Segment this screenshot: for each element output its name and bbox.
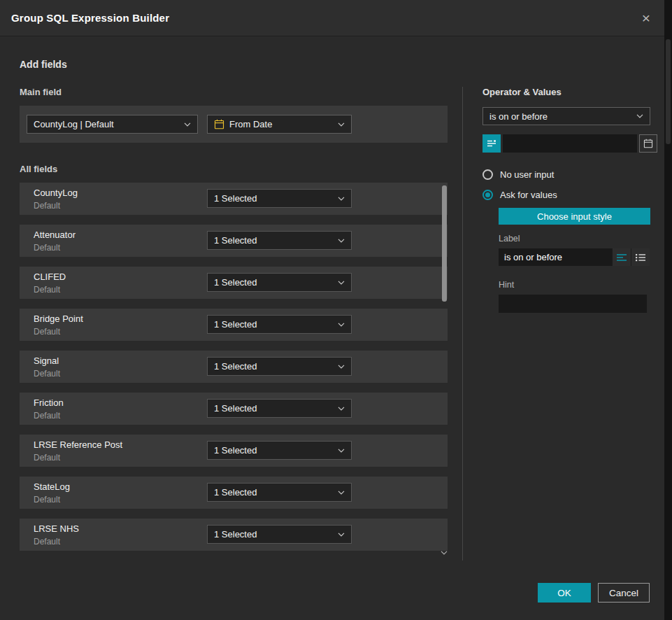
field-selected-dropdown[interactable]: 1 Selected <box>207 273 352 292</box>
field-selected-dropdown[interactable]: 1 Selected <box>207 315 352 334</box>
dialog-footer: OK Cancel <box>0 583 664 620</box>
list-input-icon <box>636 253 645 262</box>
field-selected-dropdown-label: 1 Selected <box>214 235 257 246</box>
radio-ask-for-values[interactable]: Ask for values <box>482 190 650 200</box>
chevron-down-icon <box>338 407 345 411</box>
chevron-down-icon <box>338 197 345 201</box>
fields-list: CountyLog Default 1 Selected Attenuator … <box>20 183 448 551</box>
cancel-button[interactable]: Cancel <box>598 583 650 603</box>
calendar-icon <box>214 119 224 129</box>
field-row: StateLog Default 1 Selected <box>20 477 448 509</box>
field-selected-dropdown[interactable]: 1 Selected <box>207 357 352 376</box>
user-input-radios: No user input Ask for values <box>482 169 650 200</box>
chevron-down-icon <box>338 239 345 243</box>
radio-no-user-input-label: No user input <box>500 169 554 180</box>
label-caption: Label <box>499 234 650 244</box>
add-fields-heading: Add fields <box>20 59 664 70</box>
chevron-down-icon <box>636 114 643 118</box>
field-selected-dropdown-label: 1 Selected <box>214 445 257 456</box>
radio-ask-for-values-label: Ask for values <box>500 190 557 200</box>
field-selected-dropdown-label: 1 Selected <box>214 529 257 540</box>
operator-values-panel: Operator & Values is on or before <box>482 87 650 561</box>
radio-selected-icon <box>482 190 493 200</box>
field-row: Attenuator Default 1 Selected <box>20 225 448 257</box>
field-selected-dropdown-label: 1 Selected <box>214 361 257 372</box>
chevron-down-icon <box>338 533 345 537</box>
main-field-select-value: From Date <box>229 119 272 129</box>
values-mode-button[interactable] <box>482 134 501 153</box>
field-selected-dropdown[interactable]: 1 Selected <box>207 231 352 250</box>
ok-button[interactable]: OK <box>538 583 591 603</box>
field-selected-dropdown[interactable]: 1 Selected <box>207 399 352 418</box>
field-row: Bridge Point Default 1 Selected <box>20 309 448 341</box>
choose-input-style-button[interactable]: Choose input style <box>499 208 650 225</box>
page-scrollbar[interactable] <box>664 0 672 620</box>
left-column: Main field CountyLog | Default From Date… <box>20 87 448 561</box>
single-line-input-icon <box>617 253 627 262</box>
main-field-select[interactable]: From Date <box>207 115 352 134</box>
main-field-label: Main field <box>20 87 448 97</box>
field-selected-dropdown[interactable]: 1 Selected <box>207 483 352 502</box>
values-mode-icon <box>487 139 496 148</box>
operator-select-value: is on or before <box>489 111 548 122</box>
field-selected-dropdown[interactable]: 1 Selected <box>207 525 352 544</box>
chevron-down-icon <box>338 449 345 453</box>
content: Main field CountyLog | Default From Date… <box>20 87 664 561</box>
label-row <box>499 248 650 266</box>
page-scrollbar-thumb[interactable] <box>666 39 671 144</box>
main-field-panel: CountyLog | Default From Date <box>20 106 448 143</box>
scroll-down-chevron-icon[interactable] <box>441 551 448 555</box>
label-input[interactable] <box>499 248 612 266</box>
dialog-title: Group SQL Expression Builder <box>11 12 639 24</box>
value-input[interactable] <box>503 134 637 153</box>
chevron-down-icon <box>338 491 345 495</box>
layer-select-value: CountyLog | Default <box>34 119 114 129</box>
value-row <box>482 134 650 153</box>
hint-caption: Hint <box>499 280 650 290</box>
dialog-body: Add fields Main field CountyLog | Defaul… <box>0 36 664 583</box>
layer-select[interactable]: CountyLog | Default <box>27 115 198 134</box>
vertical-divider <box>462 87 463 561</box>
field-selected-dropdown-label: 1 Selected <box>214 277 257 288</box>
radio-no-user-input[interactable]: No user input <box>482 169 650 180</box>
field-selected-dropdown[interactable]: 1 Selected <box>207 441 352 460</box>
chevron-down-icon <box>338 323 345 327</box>
radio-unselected-icon <box>482 169 493 180</box>
fields-list-scrollbar[interactable] <box>442 185 447 302</box>
field-row: Signal Default 1 Selected <box>20 351 448 383</box>
chevron-down-icon <box>338 281 345 285</box>
chevron-down-icon <box>338 122 345 127</box>
field-selected-dropdown-label: 1 Selected <box>214 193 257 204</box>
operator-values-title: Operator & Values <box>482 87 650 97</box>
single-line-style-button[interactable] <box>612 248 631 266</box>
field-row: Friction Default 1 Selected <box>20 393 448 425</box>
field-row: LRSE Reference Post Default 1 Selected <box>20 435 448 467</box>
field-row: CountyLog Default 1 Selected <box>20 183 448 215</box>
group-sql-expression-builder-dialog: Group SQL Expression Builder × Add field… <box>0 0 664 620</box>
close-icon[interactable]: × <box>639 9 653 27</box>
all-fields-label: All fields <box>20 164 448 174</box>
list-style-button[interactable] <box>631 248 650 266</box>
dialog-header: Group SQL Expression Builder × <box>0 0 664 36</box>
ask-values-options: Choose input style Label Hint <box>499 208 650 313</box>
date-picker-button[interactable] <box>639 134 657 153</box>
chevron-down-icon <box>184 122 191 127</box>
field-selected-dropdown-label: 1 Selected <box>214 319 257 330</box>
chevron-down-icon <box>338 365 345 369</box>
field-selected-dropdown-label: 1 Selected <box>214 487 257 498</box>
hint-input[interactable] <box>499 295 647 313</box>
field-selected-dropdown-label: 1 Selected <box>214 403 257 414</box>
field-selected-dropdown[interactable]: 1 Selected <box>207 189 352 208</box>
field-row: LRSE NHS Default 1 Selected <box>20 519 448 551</box>
operator-select[interactable]: is on or before <box>482 107 650 125</box>
field-row: CLIFED Default 1 Selected <box>20 267 448 299</box>
calendar-icon <box>643 139 653 148</box>
